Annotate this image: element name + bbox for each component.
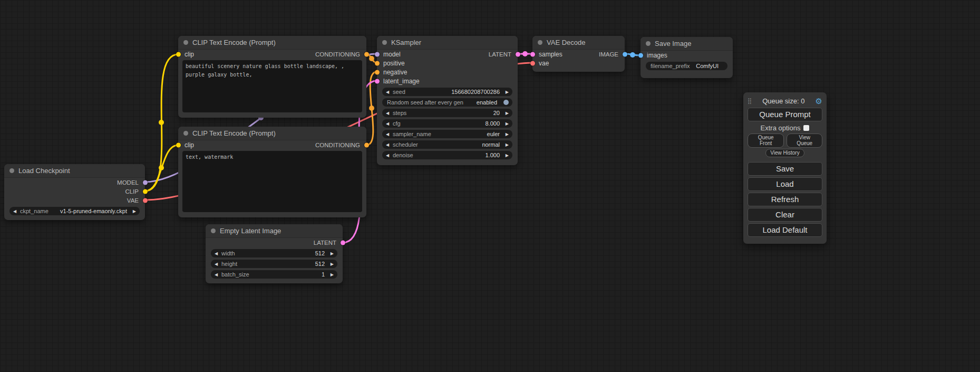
positive-input-dot[interactable] xyxy=(375,61,380,65)
vae-output-dot[interactable] xyxy=(143,198,148,203)
random-seed-toggle-widget[interactable]: Random seed after every gen enabled xyxy=(382,98,512,107)
negative-prompt-textarea[interactable]: text, watermark xyxy=(182,151,362,212)
node-graph-canvas[interactable]: Load Checkpoint MODEL CLIP VAE ◀ ckpt_na… xyxy=(0,0,980,372)
extra-options-checkbox[interactable] xyxy=(803,125,809,131)
prev-arrow-icon[interactable]: ◀ xyxy=(386,121,392,126)
next-arrow-icon[interactable]: ▶ xyxy=(328,262,334,266)
output-label: IMAGE xyxy=(599,51,618,58)
clear-button[interactable]: Clear xyxy=(748,208,822,222)
node-title-bar[interactable]: VAE Decode xyxy=(532,36,625,50)
node-title-bar[interactable]: CLIP Text Encode (Prompt) xyxy=(178,127,366,140)
cfg-widget[interactable]: ◀ cfg 8.000 ▶ xyxy=(382,119,512,128)
queue-prompt-button[interactable]: Queue Prompt xyxy=(748,108,822,121)
sampler-name-widget[interactable]: ◀ sampler_name euler ▶ xyxy=(382,130,512,138)
vae-input-dot[interactable] xyxy=(530,61,535,65)
image-output-dot[interactable] xyxy=(623,52,627,56)
next-arrow-icon[interactable]: ▶ xyxy=(503,121,509,126)
collapse-icon[interactable] xyxy=(382,40,387,45)
conditioning-output-dot[interactable] xyxy=(364,52,369,56)
prev-arrow-icon[interactable]: ◀ xyxy=(215,262,220,266)
samples-input-dot[interactable] xyxy=(530,52,535,56)
node-title-label: KSampler xyxy=(391,39,421,46)
filename-prefix-widget[interactable]: filename_prefix ComfyUI xyxy=(646,62,727,70)
view-history-button[interactable]: View History xyxy=(765,149,804,157)
collapse-icon[interactable] xyxy=(538,40,542,45)
collapse-icon[interactable] xyxy=(211,228,216,233)
negative-input-dot[interactable] xyxy=(375,70,380,74)
collapse-icon[interactable] xyxy=(646,41,651,46)
widget-value: ComfyUI xyxy=(693,63,724,69)
load-button[interactable]: Load xyxy=(748,177,822,191)
slot-row: images xyxy=(641,51,733,60)
node-clip-text-encode-positive[interactable]: CLIP Text Encode (Prompt) clip CONDITION… xyxy=(178,36,366,118)
scheduler-widget[interactable]: ◀ scheduler normal ▶ xyxy=(382,140,512,149)
widget-label: scheduler xyxy=(393,141,418,148)
node-title-bar[interactable]: KSampler xyxy=(377,36,518,50)
next-arrow-icon[interactable]: ▶ xyxy=(503,153,509,158)
ckpt-name-widget[interactable]: ◀ ckpt_name v1-5-pruned-emaonly.ckpt ▶ xyxy=(9,207,140,215)
latent-output-dot[interactable] xyxy=(516,52,520,56)
next-arrow-icon[interactable]: ▶ xyxy=(503,90,509,94)
clip-output-dot[interactable] xyxy=(143,189,148,194)
output-label: CONDITIONING xyxy=(315,51,360,58)
next-arrow-icon[interactable]: ▶ xyxy=(328,251,334,256)
next-arrow-icon[interactable]: ▶ xyxy=(503,111,509,116)
input-label: latent_image xyxy=(383,78,420,85)
node-title-label: CLIP Text Encode (Prompt) xyxy=(192,129,276,137)
prev-arrow-icon[interactable]: ◀ xyxy=(386,111,392,116)
save-button[interactable]: Save xyxy=(748,162,822,176)
settings-gear-icon[interactable]: ⚙ xyxy=(816,97,822,105)
seed-widget[interactable]: ◀ seed 156680208700286 ▶ xyxy=(382,88,512,96)
next-arrow-icon[interactable]: ▶ xyxy=(503,142,509,147)
node-title-bar[interactable]: Save Image xyxy=(641,37,733,51)
toggle-dot-icon[interactable] xyxy=(503,100,509,105)
batch-size-widget[interactable]: ◀ batch_size 1 ▶ xyxy=(211,270,337,279)
widget-value: v1-5-pruned-emaonly.ckpt xyxy=(57,208,130,214)
height-widget[interactable]: ◀ height 512 ▶ xyxy=(211,260,337,268)
wire-midpoint-dot xyxy=(159,120,164,125)
queue-front-button[interactable]: Queue Front xyxy=(748,133,784,148)
slot-row: negative xyxy=(377,68,518,77)
output-slot-row: CLIP xyxy=(4,187,145,196)
collapse-icon[interactable] xyxy=(183,40,188,45)
next-arrow-icon[interactable]: ▶ xyxy=(503,132,509,137)
prev-arrow-icon[interactable]: ◀ xyxy=(386,90,392,94)
drag-handle-icon[interactable]: ⣿ xyxy=(748,98,752,104)
node-title-bar[interactable]: Empty Latent Image xyxy=(206,224,343,238)
width-widget[interactable]: ◀ width 512 ▶ xyxy=(211,249,337,257)
positive-prompt-textarea[interactable]: beautiful scenery nature glass bottle la… xyxy=(182,60,362,112)
latent-output-dot[interactable] xyxy=(341,240,345,245)
denoise-widget[interactable]: ◀ denoise 1.000 ▶ xyxy=(382,151,512,159)
node-ksampler[interactable]: KSampler model LATENT positive negative … xyxy=(377,36,518,165)
next-arrow-icon[interactable]: ▶ xyxy=(130,209,136,214)
load-default-button[interactable]: Load Default xyxy=(748,223,822,237)
node-clip-text-encode-negative[interactable]: CLIP Text Encode (Prompt) clip CONDITION… xyxy=(178,127,366,217)
images-input-dot[interactable] xyxy=(638,53,643,58)
refresh-button[interactable]: Refresh xyxy=(748,193,822,206)
prev-arrow-icon[interactable]: ◀ xyxy=(386,142,392,147)
node-title-bar[interactable]: Load Checkpoint xyxy=(4,164,145,178)
prev-arrow-icon[interactable]: ◀ xyxy=(215,272,220,277)
node-vae-decode[interactable]: VAE Decode samples IMAGE vae xyxy=(532,36,625,72)
prev-arrow-icon[interactable]: ◀ xyxy=(215,251,220,256)
collapse-icon[interactable] xyxy=(9,168,14,173)
next-arrow-icon[interactable]: ▶ xyxy=(328,272,334,277)
steps-widget[interactable]: ◀ steps 20 ▶ xyxy=(382,109,512,117)
node-empty-latent-image[interactable]: Empty Latent Image LATENT ◀ width 512 ▶ … xyxy=(206,224,343,283)
clip-input-dot[interactable] xyxy=(176,142,181,147)
prev-arrow-icon[interactable]: ◀ xyxy=(386,153,392,158)
prev-arrow-icon[interactable]: ◀ xyxy=(13,209,19,214)
model-input-dot[interactable] xyxy=(375,52,380,56)
conditioning-output-dot[interactable] xyxy=(364,142,369,147)
node-load-checkpoint[interactable]: Load Checkpoint MODEL CLIP VAE ◀ ckpt_na… xyxy=(4,164,145,220)
clip-input-dot[interactable] xyxy=(176,52,181,56)
input-label: vae xyxy=(539,60,549,67)
latent-image-input-dot[interactable] xyxy=(375,79,380,83)
collapse-icon[interactable] xyxy=(183,131,188,136)
node-title-bar[interactable]: CLIP Text Encode (Prompt) xyxy=(178,36,366,50)
view-queue-button[interactable]: View Queue xyxy=(787,133,822,148)
prev-arrow-icon[interactable]: ◀ xyxy=(386,132,392,137)
model-output-dot[interactable] xyxy=(143,180,148,185)
queue-buttons-row: Queue Front View Queue xyxy=(748,133,822,148)
node-save-image[interactable]: Save Image images filename_prefix ComfyU… xyxy=(641,37,733,78)
